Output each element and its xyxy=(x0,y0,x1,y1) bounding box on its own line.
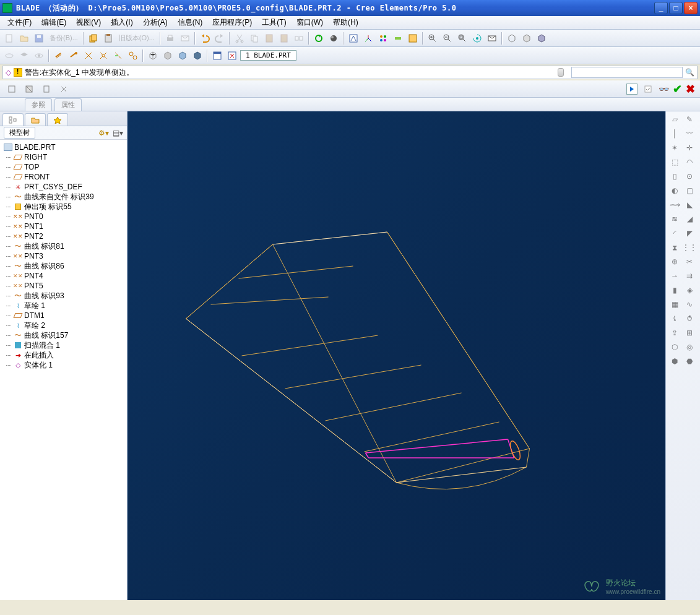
regen-button[interactable] xyxy=(312,32,326,45)
close-button[interactable]: × xyxy=(684,2,698,14)
datum-plane-toggle[interactable] xyxy=(52,49,66,62)
rtool-misc2-icon[interactable]: ◎ xyxy=(682,340,697,354)
menu-tools[interactable]: 工具(T) xyxy=(257,16,291,29)
rtool-extend-icon[interactable]: → xyxy=(667,269,682,283)
rtool-freeform-icon[interactable]: ∿ xyxy=(682,298,697,311)
rtool-misc1-icon[interactable]: ⬡ xyxy=(667,340,682,354)
menu-window[interactable]: 窗口(W) xyxy=(292,16,328,29)
menu-view[interactable]: 视图(V) xyxy=(71,16,106,29)
play-button[interactable] xyxy=(626,84,637,95)
tree-item[interactable]: ✕✕PNT4 xyxy=(1,271,126,281)
backup-dropdown[interactable]: 备份(B)... xyxy=(47,33,80,43)
tree-item[interactable]: ✕✕PNT2 xyxy=(1,231,126,241)
rtool-shell-icon[interactable]: ▢ xyxy=(682,184,697,197)
copy2-button[interactable] xyxy=(248,32,261,45)
tree-item[interactable]: ✕✕PNT3 xyxy=(1,251,126,261)
tree-item[interactable]: ✕✕PNT5 xyxy=(1,281,126,291)
rtool-solidify-icon[interactable]: ◈ xyxy=(682,283,697,297)
shading-1-button[interactable] xyxy=(146,49,160,62)
layer-button[interactable] xyxy=(17,49,31,62)
rtool-plane-icon[interactable]: ▱ xyxy=(667,113,682,126)
window-x-icon[interactable] xyxy=(225,49,239,62)
zoomin-button[interactable] xyxy=(426,32,439,45)
model-tree[interactable]: BLADE.PRT RIGHTTOPFRONT✳PRT_CSYS_DEF〜曲线来… xyxy=(0,140,127,600)
tree-item[interactable]: ✕✕PNT0 xyxy=(1,212,126,221)
zoomout-button[interactable] xyxy=(441,32,454,45)
maximize-button[interactable]: □ xyxy=(669,2,683,14)
dash-thin-icon[interactable] xyxy=(40,82,53,96)
rtool-rib-icon[interactable]: ◣ xyxy=(682,198,697,212)
rtool-round-icon[interactable]: ◜ xyxy=(667,226,682,240)
paste2-button[interactable] xyxy=(262,32,276,45)
tree-item[interactable]: TOP xyxy=(1,162,126,172)
rtool-offset-icon[interactable]: ⬚ xyxy=(667,155,682,169)
tree-item[interactable]: 〜曲线 标识157 xyxy=(1,330,126,340)
rtool-family-icon[interactable]: ⊞ xyxy=(682,326,697,340)
ok-button[interactable]: ✔ xyxy=(673,82,682,96)
tree-item[interactable]: DTM1 xyxy=(1,311,126,320)
copy-button[interactable] xyxy=(87,32,100,45)
rtool-merge-icon[interactable]: ⊕ xyxy=(667,255,682,269)
menu-info[interactable]: 信息(N) xyxy=(173,16,208,29)
rtool-warp-icon[interactable]: ⥀ xyxy=(682,312,697,325)
spin-button[interactable] xyxy=(347,32,360,45)
datum-axis-toggle[interactable] xyxy=(67,49,80,62)
hidden-button[interactable] xyxy=(520,32,534,45)
tree-item[interactable]: 〜曲线 标识86 xyxy=(1,261,126,271)
nohidden-button[interactable] xyxy=(535,32,548,45)
tree-root[interactable]: BLADE.PRT xyxy=(1,142,126,152)
axis-vis-button[interactable] xyxy=(376,32,390,45)
cancel-button[interactable]: ✖ xyxy=(686,82,695,96)
rtool-revolve-icon[interactable]: ◐ xyxy=(667,184,682,197)
tree-item[interactable]: RIGHT xyxy=(1,152,126,162)
rtool-style-icon[interactable]: ◠ xyxy=(682,155,697,169)
open-file-tab[interactable]: 1 BLADE.PRT xyxy=(240,50,296,61)
nav-tab-fav[interactable] xyxy=(47,113,68,126)
rtool-sweep-icon[interactable]: ⟿ xyxy=(667,198,682,212)
redo-button[interactable] xyxy=(213,32,227,45)
tree-item[interactable]: 扫描混合 1 xyxy=(1,340,126,350)
plane-vis-button[interactable] xyxy=(406,32,420,45)
rtool-blend-icon[interactable]: ≋ xyxy=(667,212,682,226)
dash-tab-props[interactable]: 属性 xyxy=(54,98,82,111)
glasses-icon[interactable]: 👓 xyxy=(659,84,669,94)
rtool-axis-icon[interactable]: │ xyxy=(667,127,682,140)
rtool-draft-icon[interactable]: ◢ xyxy=(682,212,697,226)
dash-x-icon[interactable] xyxy=(57,82,71,96)
menu-help[interactable]: 帮助(H) xyxy=(328,16,363,29)
open-button[interactable] xyxy=(17,32,31,45)
rtool-flex-icon[interactable]: ⤹ xyxy=(667,312,682,325)
rtool-point-icon[interactable]: ✶ xyxy=(667,141,682,155)
pause-verify-button[interactable] xyxy=(641,82,655,96)
tree-item[interactable]: ✕✕PNT1 xyxy=(1,221,126,231)
search-icon[interactable]: 🔍 xyxy=(685,68,694,77)
menu-edit[interactable]: 编辑(E) xyxy=(37,16,71,29)
mail-button[interactable] xyxy=(178,32,192,45)
tree-item[interactable]: ➔在此插入 xyxy=(1,350,126,360)
notes-toggle[interactable] xyxy=(126,49,140,62)
graphics-viewport[interactable]: 野火论坛 www.proewildfire.cn xyxy=(127,111,665,600)
tree-item[interactable]: 伸出项 标识55 xyxy=(1,202,126,212)
rtool-sketch-icon[interactable]: ✎ xyxy=(682,113,697,126)
nav-tab-folder[interactable] xyxy=(25,113,46,126)
csys-vis-button[interactable] xyxy=(361,32,375,45)
rtool-hole-icon[interactable]: ⊙ xyxy=(682,170,697,183)
shading-2-button[interactable] xyxy=(161,49,175,62)
menu-insert[interactable]: 插入(I) xyxy=(106,16,137,29)
rtool-publish-icon[interactable]: ⇪ xyxy=(667,326,682,340)
menu-file[interactable]: 文件(F) xyxy=(2,16,37,29)
tree-item[interactable]: ⌇草绘 2 xyxy=(1,320,126,330)
dash-flip-icon[interactable] xyxy=(22,82,36,96)
tree-item[interactable]: 〜曲线来自文件 标识39 xyxy=(1,192,126,202)
rtool-csys-icon[interactable]: ✛ xyxy=(682,141,697,155)
rtool-pattern-icon[interactable]: ⋮⋮ xyxy=(682,241,697,254)
tree-item[interactable]: ✳PRT_CSYS_DEF xyxy=(1,182,126,192)
datum-point-toggle[interactable] xyxy=(82,49,95,62)
point-vis-button[interactable] xyxy=(391,32,405,45)
cut-button[interactable] xyxy=(233,32,246,45)
tree-item[interactable]: ◇实体化 1 xyxy=(1,360,126,370)
rtool-offset2-icon[interactable]: ⇉ xyxy=(682,269,697,283)
menu-analysis[interactable]: 分析(A) xyxy=(138,16,173,29)
rtool-misc4-icon[interactable]: ⬣ xyxy=(682,355,697,368)
undo-button[interactable] xyxy=(198,32,212,45)
